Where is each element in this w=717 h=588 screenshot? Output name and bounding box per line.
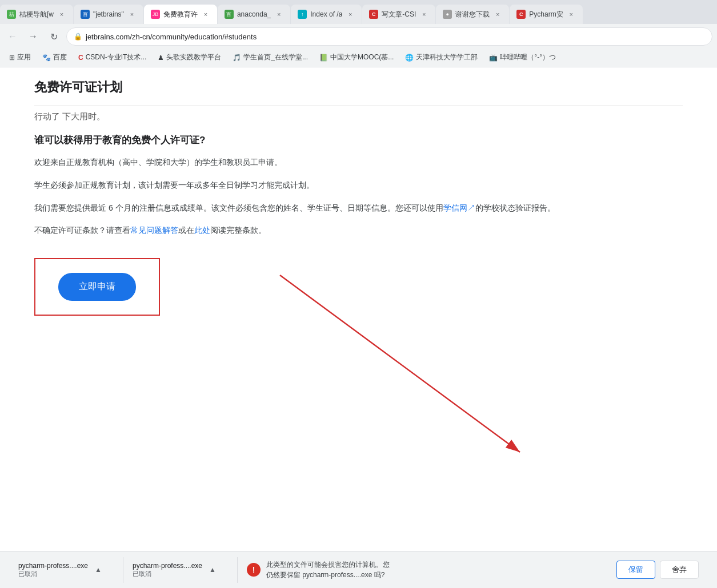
tab-favicon-2: 百: [81, 10, 90, 19]
bookmark-tianjin[interactable]: 🌐 天津科技大学学工部: [400, 50, 482, 65]
svg-line-1: [280, 275, 520, 452]
bookmark-tougao[interactable]: ♟ 头歌实践教学平台: [153, 50, 226, 65]
annotation-arrow: [240, 241, 571, 469]
download-warning: ! 此类型的文件可能会损害您的计算机。您 仍然要保留 pycharm-profe…: [238, 555, 708, 585]
bookmark-label-tougao: 头歌实践教学平台: [166, 53, 221, 62]
download-item-1: pycharm-profess....exe 已取消 ▲: [9, 557, 123, 583]
paragraph-3: 我们需要您提供最近 6 个月的注册信息或成绩单。该文件必须包含您的姓名、学生证号…: [34, 202, 683, 215]
tab-favicon-3: JB: [151, 10, 160, 19]
address-bar: ← → ↻ 🔒 jetbrains.com/zh-cn/community/ed…: [0, 24, 717, 49]
bookmark-mooc[interactable]: 📗 中国大学MOOC(慕...: [315, 50, 398, 65]
bookmark-student[interactable]: 🎵 学生首页_在线学堂...: [228, 50, 313, 65]
tab-bar: 桔 桔梗导航[w × 百 "jetbrains" × JB 免费教育许 × 百 …: [0, 0, 717, 24]
subtitle-area: 行动了 下大用时。: [34, 105, 683, 122]
tab-label-1: 桔梗导航[w: [19, 10, 54, 19]
tab-favicon-5: ↑: [298, 10, 307, 19]
bookmark-label-baidu: 百度: [53, 53, 67, 62]
tab-label-5: Index of /a: [310, 10, 342, 18]
keep-button[interactable]: 保留: [616, 561, 655, 579]
tab-6[interactable]: C 写文章-CSI ×: [362, 5, 435, 24]
download-info-2: pycharm-profess....exe 已取消: [133, 562, 202, 578]
bookmark-apps[interactable]: ⊞ 应用: [5, 50, 35, 65]
para4-text2: 或在: [178, 225, 194, 235]
tab-5[interactable]: ↑ Index of /a ×: [291, 5, 362, 24]
apply-box: 立即申请: [34, 258, 160, 316]
bookmark-label-tianjin: 天津科技大学学工部: [416, 53, 478, 62]
para3-text1: 我们需要您提供最近 6 个月的注册信息或成绩单。该文件必须包含您的姓名、学生证号…: [34, 203, 443, 212]
baidu-icon: 🐾: [42, 54, 51, 62]
faq-link[interactable]: 常见问题解答: [130, 225, 178, 235]
bookmark-baidu[interactable]: 🐾 百度: [38, 50, 71, 65]
tab-favicon-4: 百: [225, 10, 234, 19]
tab-close-5[interactable]: ×: [346, 10, 355, 19]
download-item-2: pycharm-profess....exe 已取消 ▲: [123, 557, 238, 583]
download-status-1: 已取消: [18, 570, 88, 578]
warning-icon: !: [247, 563, 261, 577]
tab-favicon-7: ●: [443, 10, 452, 19]
bookmarks-bar: ⊞ 应用 🐾 百度 C CSDN-专业IT技术... ♟ 头歌实践教学平台 🎵 …: [0, 49, 717, 67]
bookmark-label-bilibili: 哔哩哔哩（°-°）つ: [500, 53, 556, 62]
back-button[interactable]: ←: [5, 29, 21, 45]
download-info-1: pycharm-profess....exe 已取消: [18, 562, 88, 578]
csdn-icon: C: [78, 54, 83, 62]
tab-1[interactable]: 桔 桔梗导航[w ×: [0, 5, 73, 24]
address-input[interactable]: 🔒 jetbrains.com/zh-cn/community/educatio…: [66, 27, 712, 46]
tab-label-8: Pycharm安: [529, 10, 563, 19]
bilibili-icon: 📺: [489, 54, 498, 62]
tougao-icon: ♟: [158, 54, 164, 62]
tab-7[interactable]: ● 谢谢您下载 ×: [436, 5, 509, 24]
subtitle-text: 行动了 下大用时。: [34, 111, 105, 121]
reload-button[interactable]: ↻: [46, 29, 62, 45]
paragraph-1: 欢迎来自正规教育机构（高中、学院和大学）的学生和教职员工申请。: [34, 156, 683, 170]
tianjin-icon: 🌐: [405, 54, 414, 62]
apply-button[interactable]: 立即申请: [58, 273, 136, 301]
download-chevron-1[interactable]: ▲: [93, 563, 104, 576]
tab-label-4: anaconda_: [237, 10, 271, 18]
here-link[interactable]: 此处: [194, 225, 210, 235]
para4-text1: 不确定许可证条款？请查看: [34, 225, 130, 235]
page-title: 免费许可证计划: [34, 79, 683, 96]
download-chevron-2[interactable]: ▲: [207, 563, 218, 576]
download-name-1: pycharm-profess....exe: [18, 562, 88, 570]
section-heading: 谁可以获得用于教育的免费个人许可证?: [34, 134, 683, 147]
tab-2[interactable]: 百 "jetbrains" ×: [74, 5, 143, 24]
discard-button[interactable]: 舍弃: [660, 561, 699, 579]
tab-label-2: "jetbrains": [93, 10, 124, 18]
tab-label-3: 免费教育许: [163, 10, 198, 19]
tab-4[interactable]: 百 anaconda_ ×: [218, 5, 290, 24]
warning-line2: 仍然要保留 pycharm-profess....exe 吗?: [266, 571, 384, 579]
tab-close-3[interactable]: ×: [201, 10, 210, 19]
tab-close-4[interactable]: ×: [274, 10, 283, 19]
download-name-2: pycharm-profess....exe: [133, 562, 202, 570]
address-text: jetbrains.com/zh-cn/community/education/…: [86, 33, 257, 41]
bookmark-bilibili[interactable]: 📺 哔哩哔哩（°-°）つ: [484, 50, 560, 65]
xuexin-link[interactable]: 学信网↗: [443, 203, 475, 212]
page-content: 免费许可证计划 行动了 下大用时。 谁可以获得用于教育的免费个人许可证? 欢迎来…: [0, 67, 717, 551]
download-bar: pycharm-profess....exe 已取消 ▲ pycharm-pro…: [0, 551, 717, 588]
tab-8[interactable]: C Pycharm安 ×: [510, 5, 582, 24]
warning-line1: 此类型的文件可能会损害您的计算机。您: [266, 561, 390, 569]
bookmark-label-mooc: 中国大学MOOC(慕...: [330, 53, 394, 62]
lock-icon: 🔒: [74, 33, 82, 41]
mooc-icon: 📗: [319, 54, 328, 62]
tab-close-6[interactable]: ×: [419, 10, 428, 19]
download-status-2: 已取消: [133, 570, 202, 578]
tab-favicon-8: C: [516, 10, 526, 19]
tab-close-7[interactable]: ×: [493, 10, 502, 19]
warning-text: 此类型的文件可能会损害您的计算机。您 仍然要保留 pycharm-profess…: [266, 559, 390, 580]
para3-text2: 的学校状态验证报告。: [475, 203, 555, 212]
para4-text3: 阅读完整条款。: [210, 225, 266, 235]
tab-favicon-1: 桔: [7, 10, 16, 19]
tab-3[interactable]: JB 免费教育许 ×: [144, 5, 217, 24]
tab-label-7: 谢谢您下载: [455, 10, 490, 19]
student-icon: 🎵: [233, 54, 241, 62]
forward-button[interactable]: →: [25, 29, 41, 45]
apps-icon: ⊞: [9, 54, 15, 62]
paragraph-2: 学生必须参加正规教育计划，该计划需要一年或多年全日制学习才能完成计划。: [34, 179, 683, 192]
bookmark-csdn[interactable]: C CSDN-专业IT技术...: [74, 50, 151, 65]
tab-close-1[interactable]: ×: [57, 10, 66, 19]
tab-close-8[interactable]: ×: [567, 10, 576, 19]
tab-label-6: 写文章-CSI: [382, 10, 416, 19]
bookmark-label-csdn: CSDN-专业IT技术...: [86, 53, 147, 62]
tab-close-2[interactable]: ×: [127, 10, 137, 19]
